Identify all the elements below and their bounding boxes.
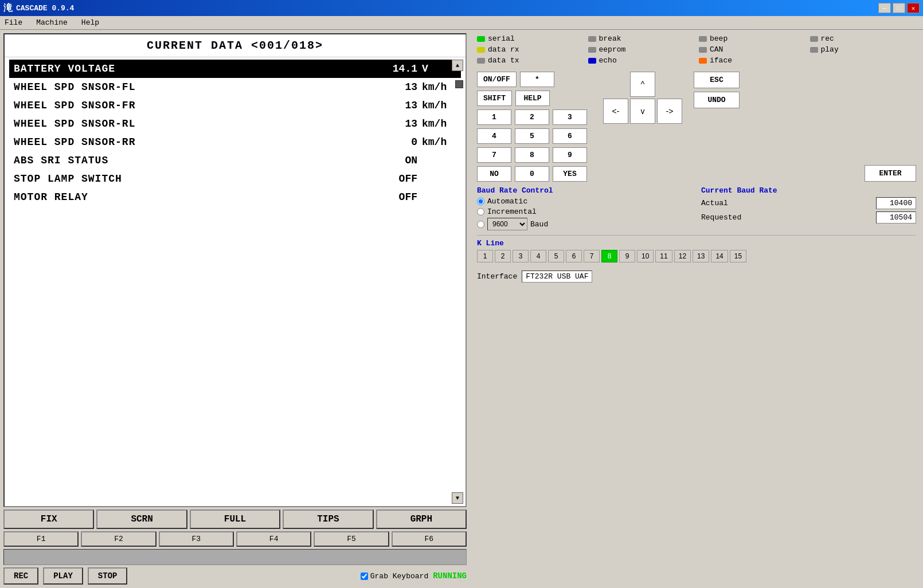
data-row-0[interactable]: BATTERY VOLTAGE 14.1 V (9, 60, 461, 78)
data-row-value-1: 13 (371, 81, 417, 93)
status-dot-beep (699, 36, 707, 42)
func-btn-tips[interactable]: TIPS (283, 509, 373, 529)
numpad-btn-5[interactable]: 5 (515, 128, 549, 144)
fkey-btn-f1[interactable]: F1 (3, 531, 79, 547)
fkey-btn-f3[interactable]: F3 (159, 531, 234, 547)
numpad-btn-6[interactable]: 6 (553, 128, 587, 144)
data-content: ▲ ▼ BATTERY VOLTAGE 14.1 V WHEEL SPD SNS… (5, 57, 466, 506)
numpad-btn-1[interactable]: 1 (477, 109, 511, 125)
status-label-iface: iface (710, 56, 732, 65)
kline-btn-15[interactable]: 15 (730, 250, 746, 262)
menu-help[interactable]: Help (79, 18, 101, 28)
data-row-value-5: ON (371, 155, 417, 166)
status-item-iface: iface (699, 56, 805, 65)
baud-control-title: Baud Rate Control (477, 186, 692, 195)
scroll-up-button[interactable]: ▲ (452, 60, 463, 71)
func-btn-fix[interactable]: FIX (3, 509, 94, 529)
play-button[interactable]: PLAY (43, 567, 83, 585)
data-row-2[interactable]: WHEEL SPD SNSOR-FR 13 km/h (9, 96, 461, 115)
arrow-cluster: ^ <- v -> (603, 72, 682, 124)
func-btn-full[interactable]: FULL (190, 509, 280, 529)
numpad-btn-3[interactable]: 3 (553, 109, 587, 125)
kline-btn-2[interactable]: 2 (495, 250, 511, 262)
help-button[interactable]: HELP (515, 91, 550, 106)
data-row-1[interactable]: WHEEL SPD SNSOR-FL 13 km/h (9, 78, 461, 96)
fkey-btn-f2[interactable]: F2 (81, 531, 156, 547)
kline-btn-13[interactable]: 13 (693, 250, 709, 262)
star-button[interactable]: * (520, 72, 554, 87)
kline-btn-14[interactable]: 14 (711, 250, 728, 262)
baud-automatic-option: Automatic (477, 197, 692, 206)
enter-button[interactable]: ENTER (865, 165, 916, 182)
status-item-break: break (588, 34, 695, 43)
data-row-4[interactable]: WHEEL SPD SNSOR-RR 0 km/h (9, 133, 461, 151)
baud-incremental-label: Incremental (487, 207, 537, 216)
shift-button[interactable]: SHIFT (477, 91, 512, 106)
fkey-btn-f6[interactable]: F6 (392, 531, 467, 547)
data-row-name-0: BATTERY VOLTAGE (14, 63, 371, 75)
menu-file[interactable]: File (2, 18, 25, 28)
numpad-btn-2[interactable]: 2 (515, 109, 549, 125)
close-button[interactable]: ✕ (907, 3, 920, 13)
current-baud: Current Baud Rate Actual 10400 Requested… (701, 186, 916, 226)
kline-btn-5[interactable]: 5 (548, 250, 564, 262)
data-row-value-6: OFF (371, 173, 417, 185)
kline-btn-3[interactable]: 3 (513, 250, 529, 262)
kline-btn-7[interactable]: 7 (584, 250, 600, 262)
status-item-play: play (810, 45, 917, 54)
data-row-5[interactable]: ABS SRI STATUS ON (9, 151, 461, 170)
numpad-btn-7[interactable]: 7 (477, 147, 511, 163)
undo-button[interactable]: UNDO (694, 92, 740, 108)
grab-keyboard-area: Grab Keyboard (361, 572, 428, 581)
data-row-6[interactable]: STOP LAMP SWITCH OFF (9, 170, 461, 188)
numpad-btn-no[interactable]: NO (477, 166, 511, 182)
kline-btn-8[interactable]: 8 (601, 250, 617, 262)
menu-bar: File Machine Help (0, 16, 923, 30)
kline-btn-11[interactable]: 11 (655, 250, 672, 262)
kline-btn-1[interactable]: 1 (477, 250, 493, 262)
fkey-btn-f5[interactable]: F5 (314, 531, 389, 547)
func-btn-grph[interactable]: GRPH (376, 509, 467, 529)
numpad-btn-yes[interactable]: YES (553, 166, 587, 182)
data-row-3[interactable]: WHEEL SPD SNSOR-RL 13 km/h (9, 115, 461, 133)
kline-btn-12[interactable]: 12 (674, 250, 691, 262)
status-label-beep: beep (710, 34, 728, 43)
scroll-down-button[interactable]: ▼ (452, 492, 463, 504)
main-layout: CURRENT DATA <001/018> ▲ ▼ BATTERY VOLTA… (0, 30, 923, 588)
data-row-name-3: WHEEL SPD SNSOR-RL (14, 118, 371, 130)
menu-machine[interactable]: Machine (34, 18, 70, 28)
numpad-btn-8[interactable]: 8 (515, 147, 549, 163)
baud-manual-radio[interactable] (477, 221, 484, 228)
arrow-left-button[interactable]: <- (603, 99, 628, 124)
arrow-right-button[interactable]: -> (657, 99, 682, 124)
actual-value: 10400 (876, 197, 916, 209)
numpad-btn-4[interactable]: 4 (477, 128, 511, 144)
kline-btn-10[interactable]: 10 (637, 250, 654, 262)
actual-baud-row: Actual 10400 (701, 197, 916, 209)
restore-button[interactable]: □ (893, 3, 905, 13)
baud-incremental-radio[interactable] (477, 208, 484, 215)
fkey-btn-f4[interactable]: F4 (236, 531, 311, 547)
grab-keyboard-checkbox[interactable] (361, 573, 368, 580)
onoff-button[interactable]: ON/OFF (477, 72, 517, 87)
keypad-nums: 123456789NO0YES (477, 109, 587, 182)
numpad-btn-9[interactable]: 9 (553, 147, 587, 163)
arrow-down-button[interactable]: v (630, 99, 655, 124)
minimize-button[interactable]: — (878, 3, 891, 13)
arrow-up-button[interactable]: ^ (630, 72, 655, 97)
numpad-btn-0[interactable]: 0 (515, 166, 549, 182)
baud-automatic-radio[interactable] (477, 198, 484, 205)
rec-button[interactable]: REC (3, 567, 38, 585)
esc-button[interactable]: ESC (694, 72, 740, 88)
stop-button[interactable]: STOP (88, 567, 128, 585)
status-item-eeprom: eeprom (588, 45, 695, 54)
func-btn-scrn[interactable]: SCRN (96, 509, 187, 529)
status-dot-eeprom (588, 47, 596, 53)
status-dot-echo (588, 58, 596, 64)
baud-dropdown[interactable]: 9600104001920038400 (487, 218, 527, 230)
current-baud-title: Current Baud Rate (701, 186, 916, 195)
kline-btn-4[interactable]: 4 (530, 250, 546, 262)
kline-btn-6[interactable]: 6 (566, 250, 582, 262)
data-row-7[interactable]: MOTOR RELAY OFF (9, 188, 461, 206)
kline-btn-9[interactable]: 9 (619, 250, 635, 262)
